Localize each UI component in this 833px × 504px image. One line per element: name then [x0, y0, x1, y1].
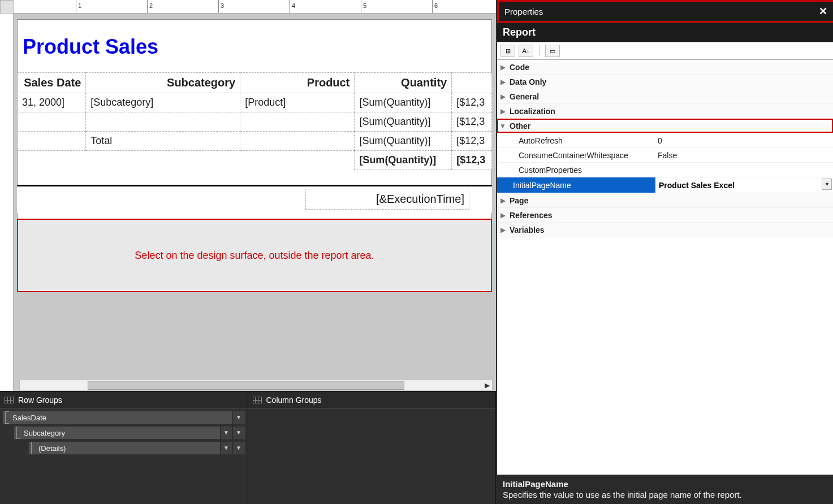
chevron-right-icon[interactable]: ▶: [497, 78, 508, 86]
scroll-right-icon[interactable]: ▶: [482, 380, 492, 390]
chevron-down-icon[interactable]: ▼: [497, 122, 508, 130]
cell-amt[interactable]: [$12,3: [452, 93, 492, 112]
cell-qty-grand[interactable]: [Sum(Quantity)]: [355, 151, 452, 170]
ruler-tick-5: 5: [361, 0, 366, 13]
cell-total-label[interactable]: Total: [86, 132, 240, 151]
col-salesdate[interactable]: Sales Date: [18, 73, 86, 93]
properties-title: Properties ✕: [497, 0, 833, 23]
column-groups-body[interactable]: [248, 409, 496, 504]
groups-panel: Row Groups SalesDate ▼ Subcategory ▼ ▼: [0, 391, 496, 504]
cell-qty-3[interactable]: [Sum(Quantity)]: [355, 132, 452, 151]
col-quantity[interactable]: Quantity: [355, 73, 452, 93]
report-footer[interactable]: [&ExecutionTime]: [17, 185, 492, 213]
callout-hint: Select on the design surface, outside th…: [17, 219, 492, 292]
row-group-subcategory[interactable]: Subcategory ▼ ▼: [14, 426, 245, 440]
column-groups-header: Column Groups: [248, 392, 496, 409]
cat-references[interactable]: ▶ References: [497, 208, 833, 223]
sort-az-icon[interactable]: A↓: [519, 45, 533, 57]
chevron-down-icon[interactable]: ▼: [232, 411, 245, 424]
cat-data-only[interactable]: ▶ Data Only: [497, 75, 833, 89]
chevron-right-icon[interactable]: ▶: [497, 93, 508, 101]
ruler-tick-2: 2: [147, 0, 153, 13]
properties-toolbar: ⊞ A↓ ▭: [497, 42, 833, 60]
ruler-tick-3: 3: [218, 0, 224, 13]
chevron-right-icon[interactable]: ▶: [497, 63, 508, 71]
close-icon[interactable]: ✕: [819, 5, 827, 18]
prop-customproperties[interactable]: CustomProperties: [497, 163, 833, 177]
cat-variables[interactable]: ▶ Variables: [497, 223, 833, 237]
exec-time[interactable]: [&ExecutionTime]: [305, 189, 469, 210]
properties-panel: Properties ✕ Report ⊞ A↓ ▭ ▶ Code ▶ Data…: [497, 0, 833, 504]
report-title[interactable]: Product Sales: [17, 19, 492, 72]
properties-object[interactable]: Report: [497, 23, 833, 42]
cell-amt-2[interactable]: [$12,3: [452, 112, 492, 132]
row-group-details[interactable]: (Details) ▼ ▼: [28, 441, 245, 455]
cat-page[interactable]: ▶ Page: [497, 193, 833, 208]
chevron-down-icon[interactable]: ▼: [232, 442, 245, 454]
cell-qty[interactable]: [Sum(Quantity)]: [355, 93, 452, 112]
cell-product[interactable]: [Product]: [240, 93, 355, 112]
prop-initialpagename[interactable]: InitialPageName Product Sales Excel ▾: [497, 177, 833, 193]
grid-icon: [253, 397, 262, 403]
ruler-horizontal[interactable]: 1 2 3 4 5 6: [14, 0, 496, 14]
cat-code[interactable]: ▶ Code: [497, 60, 833, 75]
chevron-right-icon[interactable]: ▶: [497, 226, 508, 234]
chevron-right-icon[interactable]: ▶: [497, 197, 508, 205]
properties-grid[interactable]: ▶ Code ▶ Data Only ▶ General ▶ Localizat…: [497, 60, 833, 475]
ruler-tick-4: 4: [290, 0, 295, 13]
property-pages-icon[interactable]: ▭: [545, 45, 560, 57]
cell-subcat[interactable]: [Subcategory]: [86, 93, 240, 112]
property-description: InitialPageName Specifies the value to u…: [497, 475, 833, 504]
row-groups-header: Row Groups: [0, 392, 248, 409]
chevron-right-icon[interactable]: ▶: [497, 107, 508, 115]
tablix[interactable]: Sales Date Subcategory Product Quantity …: [17, 72, 492, 170]
cell-date[interactable]: 31, 2000]: [18, 93, 86, 112]
cell-amt-3[interactable]: [$12,3: [452, 132, 492, 151]
ruler-vertical[interactable]: [0, 14, 14, 391]
ruler-tick-6: 6: [432, 0, 438, 13]
dropdown-icon[interactable]: ▾: [822, 179, 832, 190]
chevron-down-icon[interactable]: ▼: [232, 427, 245, 439]
row-group-salesdate[interactable]: SalesDate ▼: [2, 411, 245, 424]
chevron-down-icon[interactable]: ▼: [220, 442, 232, 454]
scroll-thumb[interactable]: [88, 381, 404, 390]
cell-qty-2[interactable]: [Sum(Quantity)]: [355, 112, 452, 132]
report-designer[interactable]: 1 2 3 4 5 6 Product Sales Sales Date Sub…: [0, 0, 496, 391]
categorized-icon[interactable]: ⊞: [500, 45, 515, 57]
design-canvas[interactable]: Product Sales Sales Date Subcategory Pro…: [14, 14, 496, 380]
prop-autorefresh[interactable]: AutoRefresh 0: [497, 133, 833, 148]
ruler-corner: [0, 0, 14, 14]
col-product[interactable]: Product: [240, 73, 355, 93]
chevron-down-icon[interactable]: ▼: [220, 427, 232, 439]
chevron-right-icon[interactable]: ▶: [497, 211, 508, 219]
prop-consumewhitespace[interactable]: ConsumeContainerWhitespace False: [497, 148, 833, 163]
cell-amt-grand[interactable]: [$12,3: [452, 151, 492, 170]
hscrollbar[interactable]: ◀ ▶: [19, 380, 493, 391]
col-subcategory[interactable]: Subcategory: [86, 73, 240, 93]
ruler-tick-1: 1: [76, 0, 81, 13]
cat-general[interactable]: ▶ General: [497, 89, 833, 104]
cat-localization[interactable]: ▶ Localization: [497, 104, 833, 119]
grid-icon: [5, 397, 14, 403]
cat-other[interactable]: ▼ Other: [497, 119, 833, 133]
